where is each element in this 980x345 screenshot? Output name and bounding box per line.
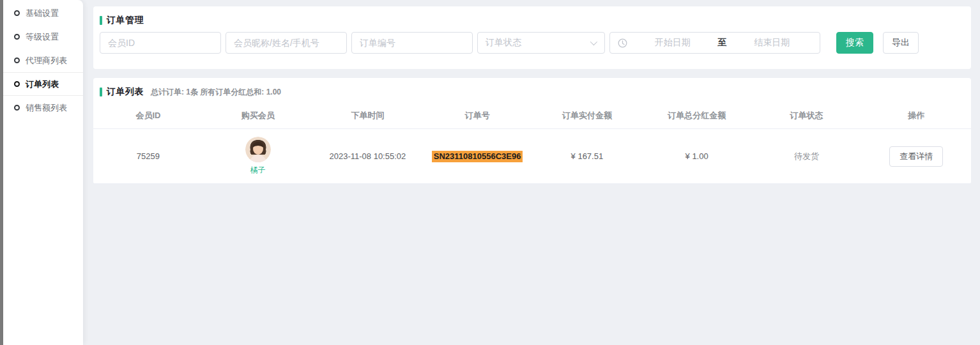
sidebar-item-basic-settings[interactable]: 基础设置 <box>3 1 83 25</box>
sidebar: 基础设置 等级设置 代理商列表 订单列表 销售额列表 <box>3 0 83 345</box>
cell-order-time: 2023-11-08 10:55:02 <box>313 151 423 161</box>
cell-paid-amount: ¥ 167.51 <box>532 151 642 161</box>
app-layout: 基础设置 等级设置 代理商列表 订单列表 销售额列表 订单管理 <box>0 0 980 345</box>
sidebar-item-agent-list[interactable]: 代理商列表 <box>3 49 83 72</box>
buyer-name: 橘子 <box>250 165 266 176</box>
filter-section-title: 订单管理 <box>100 14 965 27</box>
clock-icon <box>618 38 627 48</box>
order-status-select[interactable]: 订单状态 <box>477 32 605 54</box>
circle-icon <box>14 57 20 63</box>
view-detail-button[interactable]: 查看详情 <box>889 146 943 167</box>
sidebar-item-order-list[interactable]: 订单列表 <box>3 72 83 96</box>
order-table: 会员ID 购买会员 下单时间 订单号 订单实付金额 订单总分红金额 订单状态 操… <box>93 102 971 184</box>
sidebar-item-label: 订单列表 <box>26 79 59 90</box>
order-status-placeholder: 订单状态 <box>486 37 521 49</box>
cell-member-id: 75259 <box>93 151 203 161</box>
cell-dividend-amount: ¥ 1.00 <box>642 151 752 161</box>
member-info-input[interactable] <box>226 32 347 54</box>
sidebar-item-label: 销售额列表 <box>26 102 67 114</box>
order-summary: 总计订单: 1条 所有订单分红总和: 1.00 <box>151 87 281 98</box>
search-button[interactable]: 搜索 <box>836 32 873 54</box>
sidebar-item-label: 基础设置 <box>26 8 59 19</box>
member-id-input[interactable] <box>100 32 221 54</box>
col-header-status: 订单状态 <box>752 110 862 121</box>
cell-buyer: 橘子 <box>203 137 313 176</box>
cell-actions: 查看详情 <box>861 146 971 167</box>
date-end-placeholder: 结束日期 <box>732 37 813 49</box>
order-filter-card: 订单管理 订单状态 开始日期 至 结束日期 <box>93 6 971 69</box>
order-list-card: 订单列表 总计订单: 1条 所有订单分红总和: 1.00 会员ID 购买会员 下… <box>93 78 971 184</box>
col-header-member-id: 会员ID <box>93 110 203 121</box>
circle-icon <box>14 10 20 16</box>
date-range-picker[interactable]: 开始日期 至 结束日期 <box>609 32 820 54</box>
cell-status: 待发货 <box>752 151 862 162</box>
sidebar-item-label: 代理商列表 <box>26 55 67 66</box>
table-row: 75259 <box>93 129 971 184</box>
avatar-photo-icon <box>245 137 271 162</box>
circle-icon <box>14 81 20 87</box>
title-accent-bar <box>100 16 102 25</box>
chevron-down-icon <box>590 38 597 45</box>
col-header-order-time: 下单时间 <box>313 110 423 121</box>
buyer-avatar[interactable] <box>245 137 271 162</box>
export-button[interactable]: 导出 <box>883 32 919 54</box>
list-title: 订单列表 <box>107 86 144 98</box>
sidebar-item-level-settings[interactable]: 等级设置 <box>3 25 83 49</box>
buyer-cell: 橘子 <box>203 137 313 176</box>
date-separator: 至 <box>718 37 727 49</box>
sidebar-item-label: 等级设置 <box>26 31 59 43</box>
circle-icon <box>14 105 20 111</box>
col-header-order-no: 订单号 <box>422 110 532 121</box>
col-header-buyer: 购买会员 <box>203 110 313 121</box>
cell-order-no: SN23110810556C3E96 <box>422 151 532 162</box>
title-accent-bar <box>100 88 102 96</box>
order-no-input[interactable] <box>351 32 473 54</box>
col-header-dividend-amount: 订单总分红金额 <box>642 110 752 121</box>
table-header-row: 会员ID 购买会员 下单时间 订单号 订单实付金额 订单总分红金额 订单状态 操… <box>93 102 971 129</box>
filter-title: 订单管理 <box>107 15 144 26</box>
circle-icon <box>14 34 20 40</box>
sidebar-item-sales-list[interactable]: 销售额列表 <box>3 96 83 119</box>
col-header-actions: 操作 <box>861 110 971 121</box>
list-section-title: 订单列表 总计订单: 1条 所有订单分红总和: 1.00 <box>93 86 971 98</box>
order-no-highlighted: SN23110810556C3E96 <box>432 151 523 162</box>
col-header-paid-amount: 订单实付金额 <box>532 110 642 121</box>
filter-row: 订单状态 开始日期 至 结束日期 搜索 导出 <box>100 32 965 54</box>
date-start-placeholder: 开始日期 <box>632 37 713 49</box>
main-content: 订单管理 订单状态 开始日期 至 结束日期 <box>83 0 980 345</box>
